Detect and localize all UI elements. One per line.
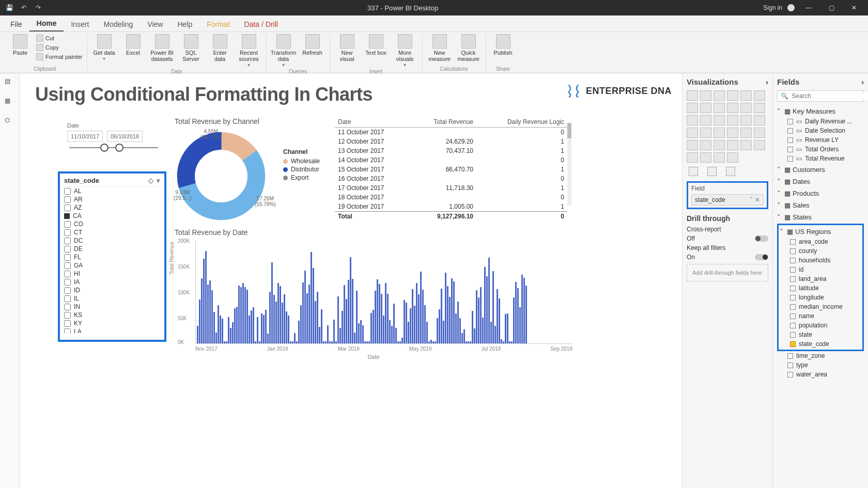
viz-type-icon[interactable] (740, 103, 752, 113)
state-item-KS[interactable]: KS (64, 311, 160, 319)
checkbox[interactable] (790, 286, 796, 291)
tab-data-drill[interactable]: Data / Drill (237, 17, 285, 32)
viz-type-icon[interactable] (700, 128, 711, 138)
checkbox[interactable] (64, 254, 71, 261)
checkbox[interactable] (787, 353, 793, 359)
checkbox-checked-icon[interactable] (64, 213, 70, 219)
table-row[interactable]: 17 October 201711,718.301 (335, 183, 567, 193)
slider-handle-left[interactable] (100, 144, 109, 152)
col-daily-logic[interactable]: Daily Revenue Logic (476, 117, 567, 128)
viz-type-icon[interactable] (700, 152, 711, 163)
viz-type-icon[interactable] (687, 152, 698, 163)
excel-button[interactable]: Excel (120, 34, 146, 56)
viz-type-icon[interactable] (687, 103, 698, 113)
checkbox[interactable] (64, 312, 71, 319)
checkbox[interactable] (64, 196, 71, 203)
table-row[interactable]: 19 October 20171,005.001 (335, 202, 567, 212)
redo-icon[interactable]: ↷ (34, 4, 42, 12)
checkbox[interactable] (790, 248, 796, 254)
checkbox[interactable] (790, 295, 796, 301)
slider-handle-right[interactable] (115, 144, 123, 152)
data-view-icon[interactable]: ▦ (5, 97, 15, 107)
undo-icon[interactable]: ↶ (20, 4, 28, 12)
viz-type-icon[interactable] (714, 90, 725, 101)
checkbox[interactable] (787, 156, 793, 162)
checkbox[interactable] (64, 295, 71, 302)
field-item[interactable]: ▭ Date Selection (777, 126, 864, 135)
state-item-AR[interactable]: AR (64, 195, 160, 203)
group-states[interactable]: ˅▦ States (777, 212, 864, 223)
table-row[interactable]: 16 October 20170 (335, 174, 567, 183)
copy-button[interactable]: Copy (36, 43, 83, 52)
checkbox[interactable] (64, 188, 71, 195)
chevron-right-icon[interactable]: › (766, 77, 768, 86)
avatar[interactable] (787, 4, 795, 11)
viz-type-icon[interactable] (727, 115, 738, 125)
paste-button[interactable]: Paste (7, 34, 33, 56)
fields-tab-icon[interactable] (689, 167, 698, 176)
checkbox[interactable] (790, 276, 796, 282)
viz-type-icon[interactable] (727, 90, 738, 101)
checkbox[interactable] (64, 328, 71, 334)
viz-type-icon[interactable] (754, 140, 765, 150)
viz-type-icon[interactable] (700, 90, 711, 101)
tab-format[interactable]: Format (199, 17, 237, 32)
checkbox[interactable] (64, 221, 71, 228)
refresh-button[interactable]: Refresh (300, 34, 326, 56)
col-total-revenue[interactable]: Total Revenue (410, 117, 476, 128)
checkbox[interactable] (790, 267, 796, 273)
field-item[interactable]: state_code (780, 339, 861, 349)
state-item-HI[interactable]: HI (64, 270, 160, 278)
recent-sources-button[interactable]: Recent sources▾ (236, 34, 262, 68)
table-row[interactable]: 11 October 20170 (335, 128, 567, 137)
viz-type-icon[interactable] (727, 152, 738, 163)
field-item[interactable]: id (780, 265, 861, 274)
table-row[interactable]: 13 October 201770,437.101 (335, 146, 567, 155)
viz-type-icon[interactable] (727, 103, 738, 113)
checkbox[interactable] (64, 271, 71, 277)
field-chip[interactable]: state_code ˅✕ (691, 194, 764, 206)
checkbox[interactable] (787, 137, 793, 143)
date-to-input[interactable]: 06/10/2018 (107, 131, 143, 142)
viz-type-icon[interactable] (700, 103, 711, 113)
remove-icon[interactable]: ✕ (755, 196, 760, 203)
state-item-IL[interactable]: IL (64, 294, 160, 303)
field-item[interactable]: latitude (780, 284, 861, 293)
revenue-table[interactable]: Date Total Revenue Daily Revenue Logic 1… (335, 117, 567, 221)
tab-file[interactable]: File (3, 17, 29, 32)
report-canvas[interactable]: Using Conditional Formatting In Charts E… (20, 73, 682, 488)
state-item-DE[interactable]: DE (64, 245, 160, 253)
state-list[interactable]: ALARAZCACOCTDCDEFLGAHIIAIDILINKSKYLA (64, 186, 160, 333)
group-us-regions[interactable]: ˄▦ US Regions (780, 226, 861, 237)
state-item-AL[interactable]: AL (64, 187, 160, 195)
field-item[interactable]: county (780, 246, 861, 256)
checkbox[interactable] (64, 238, 71, 244)
viz-type-icon[interactable] (754, 90, 765, 101)
date-from-input[interactable]: 11/10/2017 (67, 131, 103, 142)
checkbox[interactable] (790, 313, 796, 319)
save-icon[interactable]: 💾 (5, 4, 13, 12)
viz-type-icon[interactable] (754, 115, 765, 125)
viz-type-icon[interactable] (754, 128, 765, 138)
viz-type-icon[interactable] (740, 115, 752, 125)
field-item[interactable]: water_area (777, 370, 864, 379)
analytics-tab-icon[interactable] (726, 167, 735, 176)
maximize-button[interactable]: ▢ (823, 2, 840, 14)
report-view-icon[interactable]: ▤ (5, 77, 15, 88)
checkbox[interactable] (790, 239, 796, 245)
field-item[interactable]: ▭ Daily Revenue ... (777, 117, 864, 126)
tab-modeling[interactable]: Modeling (96, 17, 140, 32)
close-button[interactable]: ✕ (845, 2, 863, 14)
viz-type-icon[interactable] (714, 128, 725, 138)
group-sales[interactable]: ˅▦ Sales (777, 200, 864, 211)
checkbox[interactable] (64, 279, 71, 286)
state-item-IN[interactable]: IN (64, 303, 160, 311)
state-item-FL[interactable]: FL (64, 253, 160, 261)
search-box[interactable]: 🔍 (777, 90, 864, 102)
viz-type-icon[interactable] (754, 103, 765, 113)
pbi-datasets-button[interactable]: Power BI datasets (149, 34, 175, 62)
checkbox[interactable] (790, 341, 796, 347)
table-row[interactable]: 14 October 20170 (335, 155, 567, 165)
table-row[interactable]: 12 October 201724,629.201 (335, 137, 567, 146)
more-visuals-button[interactable]: More visuals▾ (392, 34, 418, 68)
